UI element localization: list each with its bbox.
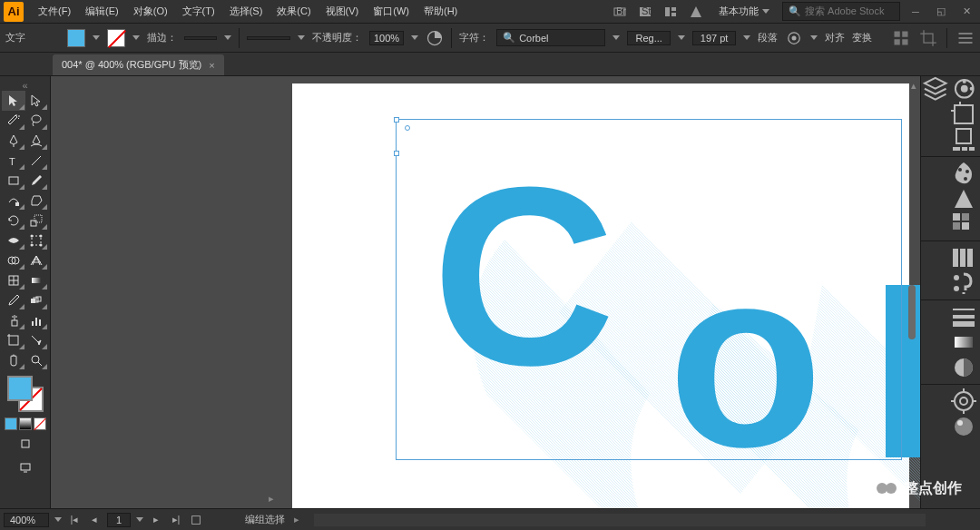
close-icon[interactable]: × <box>209 60 214 71</box>
rotate-tool[interactable] <box>2 211 25 231</box>
window-close-button[interactable]: ✕ <box>956 4 976 20</box>
artboards-panel-icon[interactable] <box>949 102 978 127</box>
artboard-tool[interactable] <box>2 330 25 350</box>
search-stock-input[interactable]: 🔍搜索 Adobe Stock <box>782 2 900 21</box>
curvature-tool[interactable] <box>25 131 49 151</box>
panel-menu-icon[interactable] <box>956 29 975 47</box>
first-artboard-button[interactable]: |◂ <box>67 513 82 527</box>
transform-label[interactable]: 变换 <box>852 31 872 44</box>
artboard-nav-icon[interactable] <box>189 513 203 527</box>
brush-def-input[interactable] <box>247 36 290 40</box>
mesh-tool[interactable] <box>2 270 25 290</box>
asset-export-icon[interactable] <box>949 127 978 152</box>
magic-wand-tool[interactable] <box>2 111 25 131</box>
window-restore-button[interactable]: ◱ <box>931 4 951 20</box>
graph-tool[interactable] <box>25 310 49 330</box>
pen-tool[interactable] <box>2 131 25 151</box>
arrange-icon[interactable] <box>661 4 681 20</box>
stroke-weight-input[interactable] <box>184 36 217 40</box>
selection-tool[interactable] <box>2 91 25 111</box>
next-artboard-button[interactable]: ▸ <box>149 513 163 527</box>
menu-select[interactable]: 选择(S) <box>222 5 270 18</box>
symbol-sprayer-tool[interactable] <box>2 310 25 330</box>
window-minimize-button[interactable]: ─ <box>906 4 926 20</box>
workspace-selector[interactable]: 基本功能 <box>711 3 777 20</box>
brushes-panel-icon[interactable] <box>949 245 978 270</box>
align-panel-icon[interactable] <box>785 29 803 47</box>
line-tool[interactable] <box>25 151 49 171</box>
fill-stroke-indicator[interactable] <box>7 376 44 412</box>
shape-builder-tool[interactable] <box>2 250 25 270</box>
none-mode-icon[interactable] <box>34 417 46 430</box>
blend-tool[interactable] <box>25 290 49 310</box>
scrollbar-thumb[interactable] <box>908 285 916 339</box>
paintbrush-tool[interactable] <box>25 171 49 191</box>
gradient-mode-icon[interactable] <box>19 417 32 430</box>
selection-bounding-box[interactable] <box>396 119 902 460</box>
menu-file[interactable]: 文件(F) <box>31 5 78 18</box>
free-transform-tool[interactable] <box>25 231 49 250</box>
menu-edit[interactable]: 编辑(E) <box>78 5 126 18</box>
stroke-panel-icon[interactable] <box>949 304 978 329</box>
slice-tool[interactable] <box>25 330 49 350</box>
menu-help[interactable]: 帮助(H) <box>416 5 465 18</box>
eyedropper-tool[interactable] <box>2 290 25 310</box>
menu-window[interactable]: 窗口(W) <box>366 5 416 18</box>
color-mode-icon[interactable] <box>5 417 17 430</box>
expand-icon[interactable]: ▸ <box>269 493 274 505</box>
vertical-scrollbar[interactable] <box>906 76 918 508</box>
opacity-input[interactable]: 100% <box>369 31 404 45</box>
anchor-point[interactable] <box>405 125 410 131</box>
last-artboard-button[interactable]: ▸| <box>169 513 183 527</box>
crop-icon[interactable] <box>919 29 937 47</box>
lasso-tool[interactable] <box>25 111 49 131</box>
status-menu-icon[interactable]: ▸ <box>294 514 299 525</box>
draw-mode-icon[interactable] <box>14 434 37 454</box>
width-tool[interactable] <box>2 231 25 250</box>
isolate-icon[interactable] <box>892 29 910 47</box>
align-label[interactable]: 对齐 <box>825 31 845 44</box>
artboard-number-input[interactable]: 1 <box>107 513 131 527</box>
selection-handle[interactable] <box>394 151 399 156</box>
graphic-styles-icon[interactable] <box>949 414 978 439</box>
zoom-tool[interactable] <box>25 350 49 370</box>
bridge-icon[interactable]: Br <box>610 4 630 20</box>
paragraph-label[interactable]: 段落 <box>758 31 778 44</box>
recolor-icon[interactable] <box>426 29 444 47</box>
swatches-panel-icon[interactable] <box>949 211 978 237</box>
menu-effect[interactable]: 效果(C) <box>270 5 318 18</box>
font-style-input[interactable]: Reg... <box>627 31 671 45</box>
hand-tool[interactable] <box>2 350 25 370</box>
screen-mode-icon[interactable] <box>14 457 37 477</box>
symbols-panel-icon[interactable] <box>949 270 978 296</box>
stroke-swatch[interactable] <box>107 29 125 47</box>
document-tab[interactable]: 004* @ 400% (RGB/GPU 预览) × <box>53 54 224 75</box>
appearance-panel-icon[interactable] <box>949 388 978 414</box>
prev-artboard-button[interactable]: ◂ <box>87 513 102 527</box>
direct-selection-tool[interactable] <box>25 91 49 111</box>
rectangle-tool[interactable] <box>2 171 25 191</box>
layers-panel-icon[interactable] <box>921 76 950 102</box>
menu-type[interactable]: 文字(T) <box>175 5 222 18</box>
stock-icon[interactable]: St <box>635 4 655 20</box>
shaper-tool[interactable] <box>2 191 25 211</box>
eraser-tool[interactable] <box>25 191 49 211</box>
gradient-tool[interactable] <box>25 270 49 290</box>
gradient-panel-icon[interactable] <box>949 329 978 355</box>
zoom-input[interactable]: 400% <box>4 513 49 527</box>
libraries-panel-icon[interactable] <box>950 76 979 102</box>
gpu-icon[interactable] <box>686 4 706 20</box>
menu-view[interactable]: 视图(V) <box>318 5 367 18</box>
selection-handle[interactable] <box>394 117 399 123</box>
font-size-input[interactable]: 197 pt <box>692 31 736 45</box>
type-tool[interactable]: T <box>2 151 25 171</box>
scale-tool[interactable] <box>25 211 49 231</box>
menu-object[interactable]: 对象(O) <box>126 5 175 18</box>
perspective-grid-tool[interactable] <box>25 250 49 270</box>
color-panel-icon[interactable] <box>949 161 978 186</box>
transparency-panel-icon[interactable] <box>949 355 978 380</box>
toolbox-collapse-icon[interactable]: « <box>2 80 48 89</box>
fill-swatch[interactable] <box>67 29 85 47</box>
fill-color-icon[interactable] <box>7 376 33 401</box>
color-guide-icon[interactable] <box>949 186 978 211</box>
